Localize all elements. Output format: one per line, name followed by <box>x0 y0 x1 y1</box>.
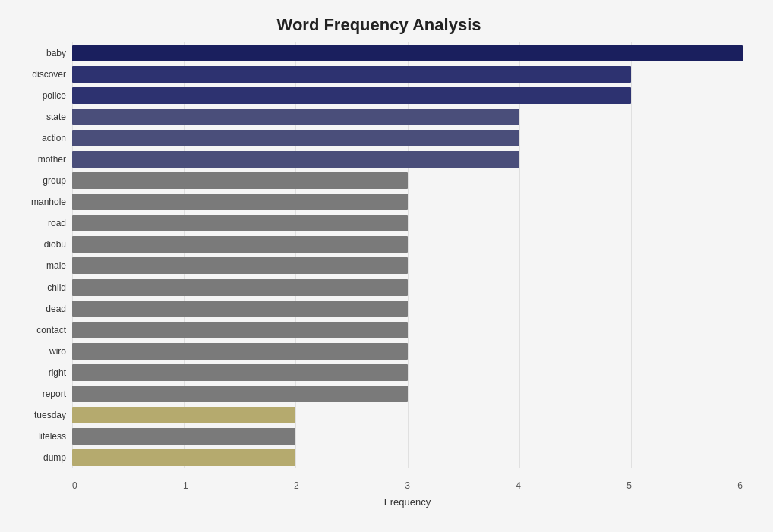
bar <box>72 151 519 168</box>
bar <box>72 449 295 466</box>
bar <box>72 343 408 360</box>
bar <box>72 364 408 381</box>
bar <box>72 386 408 402</box>
y-label: discover <box>32 65 66 84</box>
bar-row <box>72 342 743 361</box>
bar-row <box>72 363 743 382</box>
y-label: child <box>47 278 66 297</box>
bar-row <box>72 107 743 127</box>
x-tick: 2 <box>294 480 299 491</box>
bar-row <box>72 171 743 190</box>
y-axis-labels: babydiscoverpolicestateactionmothergroup… <box>15 42 72 468</box>
x-tick: 4 <box>516 480 521 491</box>
bar-row <box>72 192 743 212</box>
bar-row <box>72 320 743 340</box>
x-tick: 0 <box>72 480 77 491</box>
bar-row <box>72 384 743 404</box>
y-label: tuesday <box>34 405 66 425</box>
chart-area: babydiscoverpolicestateactionmothergroup… <box>15 42 743 468</box>
grid-line <box>743 42 743 468</box>
bar <box>72 109 519 125</box>
bar <box>72 172 408 189</box>
y-label: baby <box>46 43 66 63</box>
bar-row <box>72 65 743 84</box>
bar <box>72 279 408 296</box>
bar-row <box>72 256 743 275</box>
chart-container: Word Frequency Analysis babydiscoverpoli… <box>0 0 773 532</box>
bar-row <box>72 278 743 297</box>
bar <box>72 45 743 61</box>
y-label: report <box>43 384 66 404</box>
bar <box>72 130 519 146</box>
y-label: diobu <box>44 235 66 254</box>
bar-row <box>72 405 743 425</box>
bar <box>72 87 631 104</box>
chart-title: Word Frequency Analysis <box>15 15 743 35</box>
bar-row <box>72 299 743 319</box>
bar <box>72 194 408 210</box>
y-label: right <box>49 363 66 382</box>
x-axis-label: Frequency <box>72 496 743 508</box>
x-axis: 0123456 <box>72 480 743 491</box>
y-label: police <box>43 86 66 105</box>
y-label: dead <box>46 299 66 319</box>
bar-row <box>72 128 743 148</box>
bar <box>72 322 408 338</box>
y-label: state <box>46 107 66 127</box>
bar-row <box>72 448 743 467</box>
bar-row <box>72 43 743 63</box>
bar-row <box>72 213 743 233</box>
bar <box>72 257 408 274</box>
bar <box>72 428 295 445</box>
bar <box>72 407 295 423</box>
x-tick: 1 <box>183 480 188 491</box>
bar <box>72 236 408 253</box>
y-label: wiro <box>49 342 66 361</box>
bar-row <box>72 86 743 105</box>
bar <box>72 66 631 83</box>
y-label: lifeless <box>38 427 66 446</box>
y-label: manhole <box>31 192 66 212</box>
x-tick: 5 <box>626 480 632 491</box>
x-ticks: 0123456 <box>72 480 743 491</box>
y-label: dump <box>43 448 66 467</box>
bar <box>72 301 408 317</box>
y-label: male <box>46 256 66 275</box>
bar-row <box>72 235 743 254</box>
bar-row <box>72 150 743 169</box>
y-label: action <box>42 128 66 148</box>
bar <box>72 215 408 231</box>
x-tick: 6 <box>737 480 743 491</box>
bars-section: 0123456 Frequency <box>72 42 743 468</box>
y-label: group <box>43 171 66 190</box>
y-label: contact <box>36 320 66 340</box>
y-label: road <box>48 213 66 233</box>
y-label: mother <box>38 150 66 169</box>
x-tick: 3 <box>405 480 410 491</box>
bar-row <box>72 427 743 446</box>
